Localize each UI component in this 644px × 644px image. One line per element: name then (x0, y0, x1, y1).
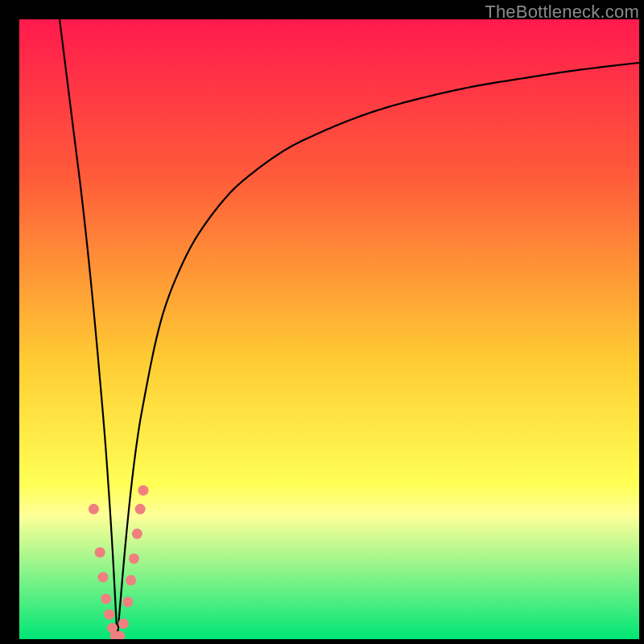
data-marker (132, 529, 142, 539)
data-marker (89, 504, 99, 514)
data-marker (118, 618, 129, 629)
chart-frame (19, 19, 639, 639)
data-marker (135, 504, 146, 514)
data-marker (129, 553, 139, 564)
data-marker (122, 597, 133, 607)
watermark-text: TheBottleneck.com (485, 2, 639, 23)
data-marker (126, 575, 136, 585)
bottleneck-chart (19, 19, 639, 639)
data-marker (104, 609, 114, 620)
data-marker (101, 593, 111, 604)
data-marker (95, 547, 105, 558)
data-marker (138, 485, 149, 496)
data-marker (97, 572, 108, 583)
